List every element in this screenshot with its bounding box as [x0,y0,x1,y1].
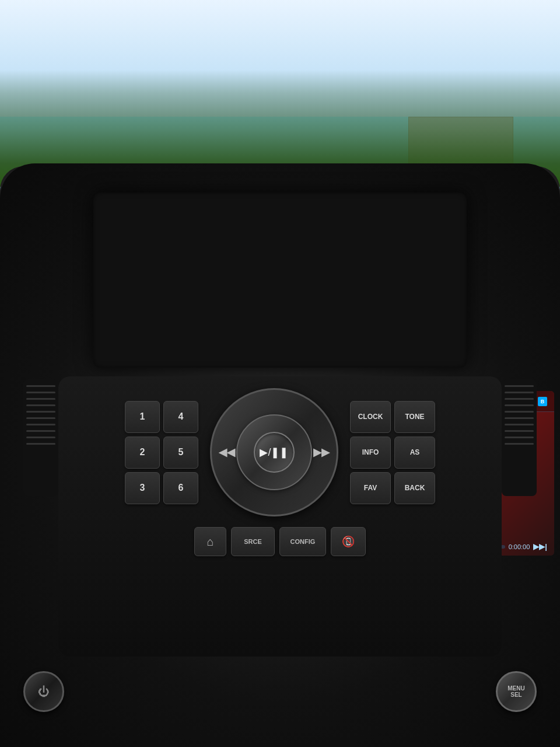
fast-forward-button[interactable]: ▶▶ [313,446,330,459]
config-button[interactable]: CONFIG [279,527,326,556]
jog-wheel-container: ◀◀ ▶/❚❚ ▶▶ [210,388,338,516]
home-button[interactable]: ⌂ [194,527,226,556]
next-track-button[interactable]: ▶▶| [533,542,547,551]
srce-button[interactable]: SRCE [231,527,275,556]
main-controls: 1 4 2 5 3 6 ◀◀ ▶/❚❚ ▶▶ CLOCK TONE INFO [58,376,502,516]
status-icons: B [538,397,547,406]
clock-button[interactable]: CLOCK [350,401,391,433]
rewind-button[interactable]: ◀◀ [219,446,235,459]
num-3-button[interactable]: 3 [125,472,160,504]
phone-mute-button[interactable]: 📵 [331,527,366,556]
power-icon: ⏻ [38,685,50,699]
background-scenery [0,0,560,187]
menu-sel-knob[interactable]: MENUSEL [496,671,537,712]
bluetooth-icon: B [538,397,547,406]
num-4-button[interactable]: 4 [163,401,198,433]
function-buttons: CLOCK TONE INFO AS FAV BACK [350,401,435,504]
numpad: 1 4 2 5 3 6 [125,401,198,504]
num-5-button[interactable]: 5 [163,437,198,469]
control-panel: 1 4 2 5 3 6 ◀◀ ▶/❚❚ ▶▶ CLOCK TONE INFO [58,376,502,657]
end-time: 0:00:00 [509,543,530,550]
fav-button[interactable]: FAV [350,472,391,504]
play-pause-icon: ▶/❚❚ [260,446,288,459]
as-button[interactable]: AS [394,437,435,469]
power-knob[interactable]: ⏻ [23,671,64,712]
jog-wheel[interactable]: ◀◀ ▶/❚❚ ▶▶ [210,388,338,516]
screen-bezel: Back Home Fav 12:32 PM B Ro Please try a… [93,193,467,368]
num-6-button[interactable]: 6 [163,472,198,504]
jog-inner-ring: ▶/❚❚ [236,414,312,490]
num-2-button[interactable]: 2 [125,437,160,469]
right-vent [502,379,537,496]
tone-button[interactable]: TONE [394,401,435,433]
info-button[interactable]: INFO [350,437,391,469]
left-vent [23,379,58,496]
menu-sel-label: MENUSEL [508,685,524,698]
play-pause-button[interactable]: ▶/❚❚ [254,432,295,473]
bottom-buttons: ⌂ SRCE CONFIG 📵 [58,527,502,556]
num-1-button[interactable]: 1 [125,401,160,433]
back-button[interactable]: BACK [394,472,435,504]
